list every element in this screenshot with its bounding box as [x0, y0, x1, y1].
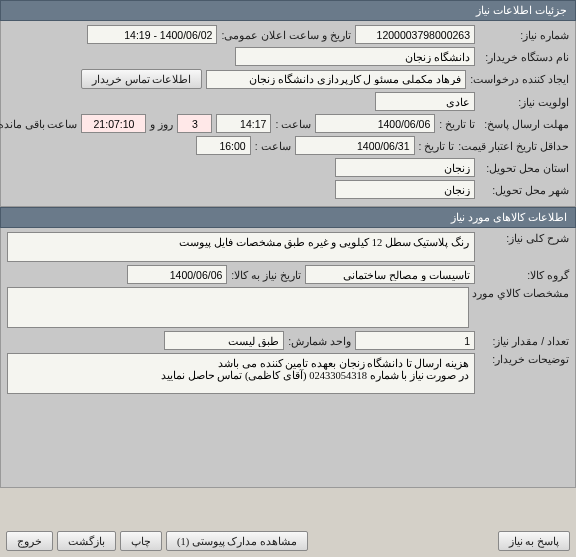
delivery-city-label: شهر محل تحویل: — [479, 184, 569, 196]
print-button[interactable]: چاپ — [120, 531, 162, 551]
delivery-province-label: استان محل تحویل: — [479, 162, 569, 174]
button-bar: خروج بازگشت چاپ مشاهده مدارک پیوستی (1) … — [6, 531, 570, 551]
buyer-contact-button[interactable]: اطلاعات تماس خریدار — [81, 69, 202, 89]
need-number-field[interactable] — [355, 25, 475, 44]
buyer-org-field[interactable] — [235, 47, 475, 66]
days-remaining-field — [177, 114, 212, 133]
view-attachments-button[interactable]: مشاهده مدارک پیوستی (1) — [166, 531, 308, 551]
time-remaining-field — [81, 114, 146, 133]
deadline-date-field[interactable] — [315, 114, 435, 133]
delivery-province-field[interactable] — [335, 158, 475, 177]
validity-label: حداقل تاریخ اعتبار قیمت: — [458, 140, 569, 152]
group-label: گروه کالا: — [479, 269, 569, 281]
need-info-body: شماره نیاز: تاریخ و ساعت اعلان عمومی: نا… — [0, 21, 576, 207]
spec-field[interactable] — [7, 287, 469, 328]
goods-info-body: شرح کلی نیاز: گروه کالا: تاریخ نیاز به ک… — [0, 228, 576, 488]
goods-info-header: اطلاعات کالاهای مورد نیاز — [0, 207, 576, 228]
priority-label: اولویت نیاز: — [479, 96, 569, 108]
desc-label: شرح کلی نیاز: — [479, 232, 569, 244]
exit-button[interactable]: خروج — [6, 531, 53, 551]
validity-hour-field[interactable] — [196, 136, 251, 155]
need-date-good-field[interactable] — [127, 265, 227, 284]
hour-label-1: ساعت : — [275, 118, 311, 130]
priority-field[interactable] — [375, 92, 475, 111]
days-and-label: روز و — [150, 118, 173, 130]
delivery-city-field[interactable] — [335, 180, 475, 199]
buyer-org-label: نام دستگاه خریدار: — [479, 51, 569, 63]
need-info-header: جزئیات اطلاعات نیاز — [0, 0, 576, 21]
request-creator-label: ایجاد کننده درخواست: — [470, 73, 569, 85]
goods-info-title: اطلاعات کالاهای مورد نیاز — [451, 211, 567, 223]
back-button[interactable]: بازگشت — [57, 531, 116, 551]
request-creator-field[interactable] — [206, 70, 466, 89]
deadline-label: مهلت ارسال پاسخ: — [479, 118, 569, 130]
announce-date-field[interactable] — [87, 25, 217, 44]
unit-label: واحد شمارش: — [288, 335, 351, 347]
validity-date-field[interactable] — [295, 136, 415, 155]
to-date-label-1: تا تاریخ : — [439, 118, 475, 130]
need-date-good-label: تاریخ نیاز به کالا: — [231, 269, 301, 281]
group-field[interactable] — [305, 265, 475, 284]
need-info-title: جزئیات اطلاعات نیاز — [476, 4, 567, 16]
qty-field[interactable] — [355, 331, 475, 350]
spec-label: مشخصات کالاي مورد نیاز: — [473, 287, 569, 299]
remarks-field[interactable] — [7, 353, 475, 394]
to-date-label-2: تا تاریخ : — [419, 140, 455, 152]
need-number-label: شماره نیاز: — [479, 29, 569, 41]
desc-field[interactable] — [7, 232, 475, 262]
remaining-label: ساعت باقی مانده — [0, 118, 77, 130]
hour-label-2: ساعت : — [255, 140, 291, 152]
qty-label: تعداد / مقدار نیاز: — [479, 335, 569, 347]
remarks-label: توضیحات خریدار: — [479, 353, 569, 365]
unit-field[interactable] — [164, 331, 284, 350]
respond-button[interactable]: پاسخ به نیاز — [498, 531, 570, 551]
announce-date-label: تاریخ و ساعت اعلان عمومی: — [221, 29, 351, 41]
deadline-hour-field[interactable] — [216, 114, 271, 133]
